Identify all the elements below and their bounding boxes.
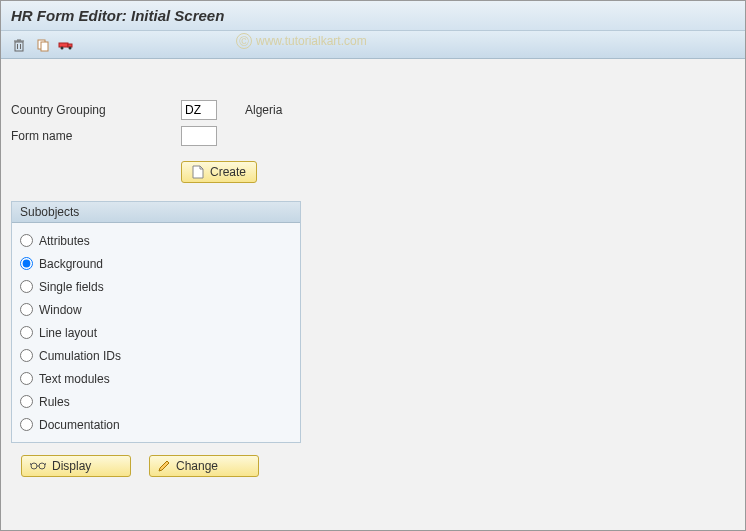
glasses-icon bbox=[30, 461, 46, 471]
subobject-radio[interactable] bbox=[20, 303, 33, 316]
subobject-label: Documentation bbox=[39, 418, 120, 432]
subobject-option[interactable]: Background bbox=[20, 252, 292, 275]
subobject-label: Single fields bbox=[39, 280, 104, 294]
subobject-label: Text modules bbox=[39, 372, 110, 386]
country-grouping-display: Algeria bbox=[245, 103, 282, 117]
svg-rect-6 bbox=[41, 42, 48, 51]
country-grouping-label: Country Grouping bbox=[11, 103, 181, 117]
delete-icon[interactable] bbox=[11, 37, 27, 53]
create-button[interactable]: Create bbox=[181, 161, 257, 183]
subobject-label: Attributes bbox=[39, 234, 90, 248]
subobject-option[interactable]: Text modules bbox=[20, 367, 292, 390]
subobjects-group: Subobjects AttributesBackgroundSingle fi… bbox=[11, 201, 301, 443]
svg-rect-0 bbox=[15, 42, 23, 51]
svg-line-14 bbox=[30, 463, 31, 465]
subobject-option[interactable]: Single fields bbox=[20, 275, 292, 298]
display-button-label: Display bbox=[52, 459, 91, 473]
svg-point-12 bbox=[39, 463, 45, 469]
change-button-label: Change bbox=[176, 459, 218, 473]
copy-icon[interactable] bbox=[35, 37, 51, 53]
subobject-option[interactable]: Line layout bbox=[20, 321, 292, 344]
change-button[interactable]: Change bbox=[149, 455, 259, 477]
subobject-radio[interactable] bbox=[20, 326, 33, 339]
create-button-label: Create bbox=[210, 165, 246, 179]
country-grouping-input[interactable] bbox=[181, 100, 217, 120]
subobject-label: Background bbox=[39, 257, 103, 271]
svg-line-15 bbox=[45, 463, 46, 465]
subobjects-title: Subobjects bbox=[12, 202, 300, 223]
svg-point-10 bbox=[69, 46, 72, 49]
subobject-label: Line layout bbox=[39, 326, 97, 340]
subobject-option[interactable]: Window bbox=[20, 298, 292, 321]
subobject-option[interactable]: Documentation bbox=[20, 413, 292, 436]
pencil-icon bbox=[158, 460, 170, 472]
toolbar bbox=[1, 31, 745, 59]
form-name-label: Form name bbox=[11, 129, 181, 143]
subobject-option[interactable]: Cumulation IDs bbox=[20, 344, 292, 367]
form-name-input[interactable] bbox=[181, 126, 217, 146]
display-button[interactable]: Display bbox=[21, 455, 131, 477]
svg-point-9 bbox=[61, 46, 64, 49]
subobject-option[interactable]: Rules bbox=[20, 390, 292, 413]
transport-icon[interactable] bbox=[59, 37, 75, 53]
svg-rect-7 bbox=[59, 43, 68, 47]
subobject-radio[interactable] bbox=[20, 395, 33, 408]
subobject-radio[interactable] bbox=[20, 372, 33, 385]
subobject-label: Window bbox=[39, 303, 82, 317]
subobject-radio[interactable] bbox=[20, 349, 33, 362]
subobject-label: Cumulation IDs bbox=[39, 349, 121, 363]
new-doc-icon bbox=[192, 165, 204, 179]
subobject-radio[interactable] bbox=[20, 257, 33, 270]
subobject-radio[interactable] bbox=[20, 280, 33, 293]
subobject-label: Rules bbox=[39, 395, 70, 409]
subobject-radio[interactable] bbox=[20, 418, 33, 431]
window-title: HR Form Editor: Initial Screen bbox=[1, 1, 745, 31]
subobject-option[interactable]: Attributes bbox=[20, 229, 292, 252]
subobject-radio[interactable] bbox=[20, 234, 33, 247]
svg-point-11 bbox=[31, 463, 37, 469]
